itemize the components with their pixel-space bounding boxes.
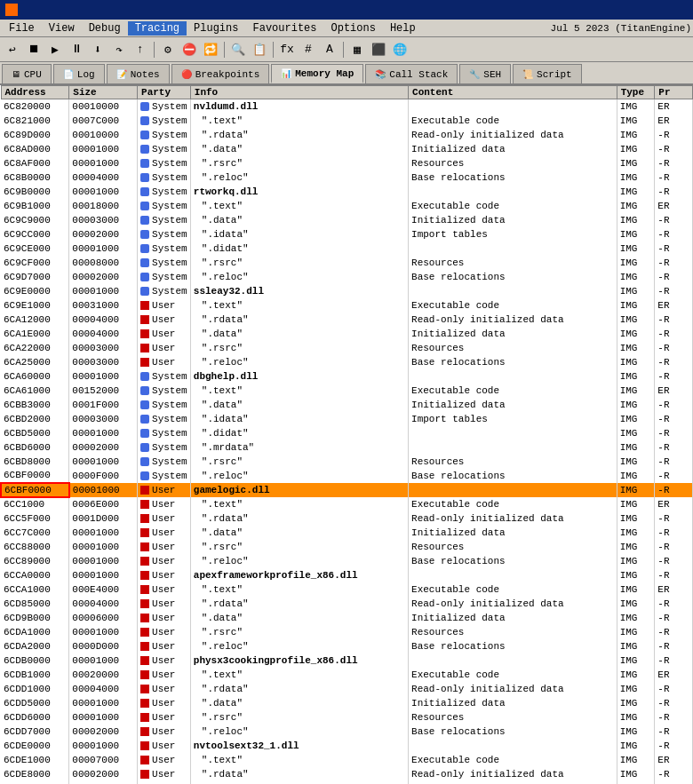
table-row[interactable]: 6C9CC00000002000System".idata"Import tab…	[1, 227, 693, 242]
cell-content: Base relocations	[409, 270, 617, 284]
step-out-btn[interactable]: ↑	[131, 40, 150, 59]
table-row[interactable]: 6CDEA00000001000User".data"Initialized d…	[1, 781, 693, 785]
table-row[interactable]: 6CC7C00000001000User".data"Initialized d…	[1, 526, 693, 540]
pause-btn[interactable]: ⏸	[67, 40, 86, 59]
table-row[interactable]: 6C9B100000018000System".text"Executable …	[1, 199, 693, 213]
menu-item-options[interactable]: Options	[324, 21, 383, 36]
table-row[interactable]: 6CC5F0000001D000User".rdata"Read-only in…	[1, 511, 693, 526]
menu-item-plugins[interactable]: Plugins	[187, 21, 245, 36]
table-row[interactable]: 6CBD500000001000System".didat"IMG-R	[1, 426, 693, 440]
cell-address: 6C9E1000	[1, 298, 69, 313]
menu-item-debug[interactable]: Debug	[82, 21, 128, 36]
table-row[interactable]: 6CCA000000001000Userapexframeworkprofile…	[1, 568, 693, 582]
table-row[interactable]: 6CA1E00000004000User".data"Initialized d…	[1, 327, 693, 341]
tab-breakpoints[interactable]: 🔴Breakpoints	[171, 64, 270, 83]
cell-address: 6CC7C000	[1, 526, 69, 540]
fx-btn[interactable]: fx	[277, 40, 297, 59]
toolbar-separator	[273, 42, 274, 58]
cell-pr: -R	[655, 696, 693, 710]
table-row[interactable]: 6CDA100000001000User".rsrc"ResourcesIMG-…	[1, 625, 693, 639]
table-row[interactable]: 6CA6000000001000Systemdbghelp.dllIMG-R	[1, 369, 693, 384]
table-row[interactable]: 6CDD500000001000User".data"Initialized d…	[1, 696, 693, 710]
table-row[interactable]: 6C82000000010000Systemnvldumd.dllIMGER	[1, 99, 693, 114]
table-row[interactable]: 6CBF000000001000Usergamelogic.dllIMG-R	[1, 483, 693, 497]
back-btn[interactable]: ↩	[3, 40, 22, 59]
table-row[interactable]: 6CA2500000003000User".reloc"Base relocat…	[1, 355, 693, 369]
table-row[interactable]: 6CDE100000007000User".text"Executable co…	[1, 753, 693, 767]
break-btn[interactable]: ⛔	[179, 40, 199, 59]
table-row[interactable]: 6C9E100000031000User".text"Executable co…	[1, 298, 693, 313]
cell-address: 6CDB1000	[1, 668, 69, 682]
menu-item-help[interactable]: Help	[383, 21, 423, 36]
menu-item-view[interactable]: View	[42, 21, 82, 36]
table-row[interactable]: 6CBD800000001000System".rsrc"ResourcesIM…	[1, 455, 693, 469]
table-row[interactable]: 6CC8800000001000User".rsrc"ResourcesIMG-…	[1, 540, 693, 554]
cell-address: 6C9C9000	[1, 213, 69, 227]
table-row[interactable]: 6CD8500000004000User".rdata"Read-only in…	[1, 597, 693, 611]
table-row[interactable]: 6CDD600000001000User".rsrc"ResourcesIMG-…	[1, 710, 693, 725]
user-party-icon	[140, 642, 149, 651]
cell-content: Initialized data	[409, 696, 617, 710]
globe-btn[interactable]: 🌐	[390, 40, 410, 59]
table-row[interactable]: 6C9CF00000008000System".rsrc"ResourcesIM…	[1, 256, 693, 270]
tab-script[interactable]: 📜Script	[513, 64, 582, 83]
a-btn[interactable]: A	[320, 40, 339, 59]
tab-memory-map[interactable]: 📊Memory Map	[271, 64, 363, 83]
table-row[interactable]: 6C8210000007C000System".text"Executable …	[1, 114, 693, 128]
table-row[interactable]: 6CA2200000003000User".rsrc"ResourcesIMG-…	[1, 341, 693, 355]
table-row[interactable]: 6CD9B00000006000User".data"Initialized d…	[1, 611, 693, 625]
tab-log[interactable]: 📄Log	[53, 64, 105, 83]
mem-btn[interactable]: 📋	[250, 40, 269, 59]
table-row[interactable]: 6CDB100000020000User".text"Executable co…	[1, 668, 693, 682]
restart-btn[interactable]: 🔁	[201, 40, 220, 59]
tab-seh[interactable]: 🔧SEH	[459, 64, 511, 83]
step-into-btn[interactable]: ⬇	[88, 40, 108, 59]
table-row[interactable]: 6CDE000000001000Usernvtoolsext32_1.dllIM…	[1, 739, 693, 753]
table-row[interactable]: 6C9C900000003000System".data"Initialized…	[1, 213, 693, 227]
table-row[interactable]: 6C9B000000001000Systemrtworkq.dllIMG-R	[1, 185, 693, 199]
table-row[interactable]: 6C9D700000002000System".reloc"Base reloc…	[1, 270, 693, 284]
grid-btn[interactable]: ▦	[347, 40, 367, 59]
table-row[interactable]: 6CDE800000002000User".rdata"Read-only in…	[1, 767, 693, 781]
table-row[interactable]: 6CC10000006E000User".text"Executable cod…	[1, 497, 693, 511]
table-row[interactable]: 6CBD600000002000System".mrdata"IMG-R	[1, 440, 693, 455]
table-row[interactable]: 6C8B000000004000System".reloc"Base reloc…	[1, 170, 693, 185]
table-row[interactable]: 6CBD200000003000System".idata"Import tab…	[1, 412, 693, 426]
cell-party: System	[138, 284, 191, 298]
table-row[interactable]: 6C8AD00000001000System".data"Initialized…	[1, 142, 693, 156]
menu-item-file[interactable]: File	[2, 21, 42, 36]
user-party-icon	[140, 315, 149, 324]
table-row[interactable]: 6CBF00000000F000System".reloc"Base reloc…	[1, 469, 693, 483]
table-row[interactable]: 6C89D00000010000System".rdata"Read-only …	[1, 128, 693, 142]
table-row[interactable]: 6CC8900000001000User".reloc"Base relocat…	[1, 554, 693, 568]
stop-btn[interactable]: ⏹	[24, 40, 44, 59]
hash-btn[interactable]: #	[299, 40, 318, 59]
menu-item-tracing[interactable]: Tracing	[128, 21, 187, 36]
cell-size: 00010000	[69, 128, 138, 142]
table-row[interactable]: 6CDD700000002000User".reloc"Base relocat…	[1, 725, 693, 739]
table-row[interactable]: 6CCA1000000E4000User".text"Executable co…	[1, 582, 693, 597]
cell-pr: ER	[655, 298, 693, 313]
run-btn[interactable]: ▶	[45, 40, 65, 59]
cell-size: 00031000	[69, 298, 138, 313]
table-row[interactable]: 6CDB000000001000Userphysx3cookingprofile…	[1, 653, 693, 668]
blk-btn[interactable]: ⬛	[369, 40, 388, 59]
table-row[interactable]: 6C9E000000001000Systemssleay32.dllIMG-R	[1, 284, 693, 298]
table-row[interactable]: 6C9CE00000001000System".didat"IMG-R	[1, 242, 693, 256]
tab-cpu[interactable]: 🖥CPU	[2, 64, 52, 83]
cell-address: 6C9CC000	[1, 227, 69, 242]
search-btn[interactable]: 🔍	[228, 40, 248, 59]
menu-item-favourites[interactable]: Favourites	[245, 21, 323, 36]
table-row[interactable]: 6CA1200000004000User".rdata"Read-only in…	[1, 313, 693, 327]
table-row[interactable]: 6CDA20000000D000User".reloc"Base relocat…	[1, 639, 693, 653]
table-row[interactable]: 6CDD100000004000User".rdata"Read-only in…	[1, 682, 693, 696]
settings-btn[interactable]: ⚙	[158, 40, 178, 59]
table-row[interactable]: 6C8AF00000001000System".rsrc"ResourcesIM…	[1, 156, 693, 170]
col-header-type: Type	[617, 86, 655, 99]
tab-notes[interactable]: 📝Notes	[107, 64, 170, 83]
tab-call-stack[interactable]: 📚Call Stack	[365, 64, 458, 83]
table-row[interactable]: 6CBB30000001F000System".data"Initialized…	[1, 398, 693, 412]
table-row[interactable]: 6CA6100000152000System".text"Executable …	[1, 384, 693, 398]
memory-map-table-area[interactable]: AddressSizePartyInfoContentTypePr 6C8200…	[0, 85, 693, 784]
step-over-btn[interactable]: ↷	[109, 40, 129, 59]
